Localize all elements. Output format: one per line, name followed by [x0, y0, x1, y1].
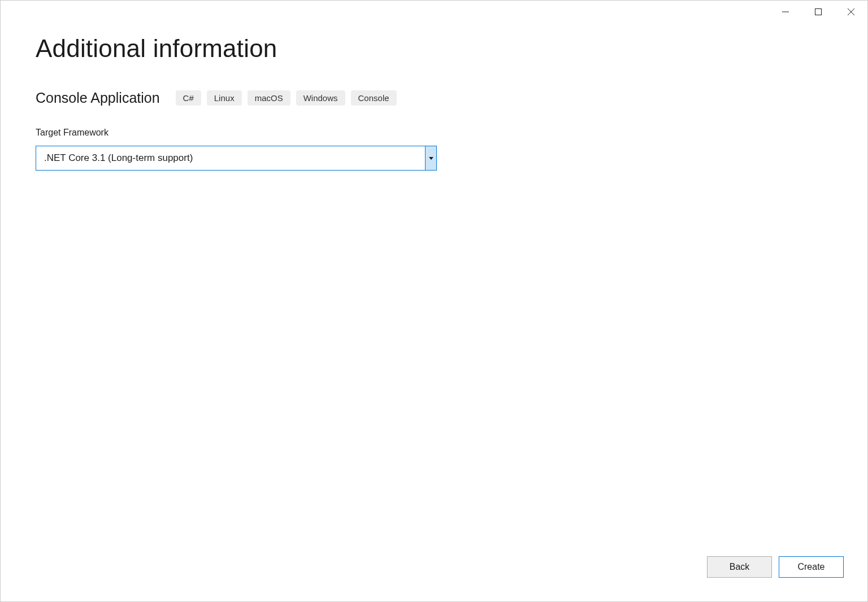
maximize-icon [814, 8, 822, 16]
back-button[interactable]: Back [707, 556, 772, 578]
minimize-icon [782, 8, 789, 16]
svg-rect-1 [815, 9, 822, 15]
tag: Console [351, 90, 397, 106]
create-button-label: Create [797, 562, 824, 572]
close-button[interactable] [835, 1, 867, 23]
tag: Windows [296, 90, 345, 106]
svg-marker-4 [429, 157, 433, 160]
titlebar [1, 1, 867, 23]
create-button[interactable]: Create [779, 556, 844, 578]
content-area: Additional information Console Applicati… [1, 23, 867, 171]
tag: macOS [248, 90, 290, 106]
dialog-footer: Back Create [707, 556, 844, 578]
chevron-down-icon [429, 157, 433, 160]
project-type-row: Console Application C# Linux macOS Windo… [36, 90, 832, 106]
target-framework-combo[interactable]: .NET Core 3.1 (Long-term support) [36, 146, 437, 171]
tag: C# [176, 90, 201, 106]
back-button-label: Back [730, 562, 750, 572]
project-tags: C# Linux macOS Windows Console [176, 90, 397, 106]
maximize-button[interactable] [802, 1, 835, 23]
minimize-button[interactable] [769, 1, 802, 23]
combo-dropdown-button[interactable] [425, 146, 436, 170]
target-framework-label: Target Framework [36, 128, 832, 138]
project-type-label: Console Application [36, 90, 160, 106]
tag: Linux [207, 90, 242, 106]
target-framework-selected: .NET Core 3.1 (Long-term support) [36, 146, 425, 170]
close-icon [847, 8, 855, 16]
page-title: Additional information [36, 34, 832, 63]
